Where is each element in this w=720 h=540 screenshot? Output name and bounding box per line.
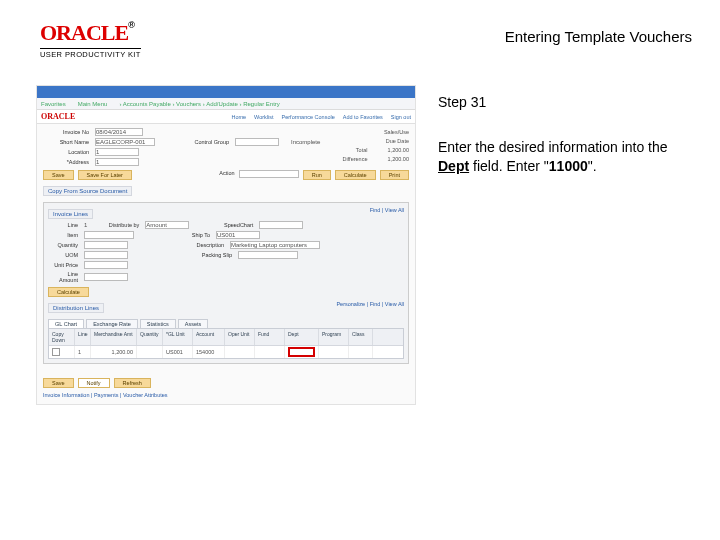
nav-worklist[interactable]: Worklist [254,114,273,120]
save-button[interactable]: Save [43,170,74,180]
tab-gl-chart[interactable]: GL Chart [48,319,84,328]
nav-signout[interactable]: Sign out [391,114,411,120]
footer-save-button[interactable]: Save [43,378,74,388]
save-later-button[interactable]: Save For Later [78,170,132,180]
brand-name: ORACLE® [40,20,141,46]
address-field[interactable]: 1 [95,158,139,166]
refresh-button[interactable]: Refresh [114,378,151,388]
print-button[interactable]: Print [380,170,409,180]
location-field[interactable]: 1 [95,148,139,156]
app-brand: ORACLE [41,112,75,121]
invoice-field[interactable]: 08/04/2014 [95,128,143,136]
nav-perf[interactable]: Performance Console [282,114,335,120]
line-calculate-button[interactable]: Calculate [48,287,89,297]
tab-exchange-rate[interactable]: Exchange Rate [86,319,138,328]
brand-subtitle: USER PRODUCTIVITY KIT [40,48,141,59]
breadcrumb: Favorites Main Menu › Accounts Payable ›… [37,98,415,110]
nav-home[interactable]: Home [231,114,246,120]
app-screenshot: Favorites Main Menu › Accounts Payable ›… [36,85,416,405]
dist-table: Copy Down Line Merchandise Amt Quantity … [48,328,404,359]
footer-links[interactable]: Invoice Information | Payments | Voucher… [43,392,409,398]
tab-statistics[interactable]: Statistics [140,319,176,328]
page-title: Entering Template Vouchers [505,28,692,45]
shortname-field[interactable]: EAGLECORP-001 [95,138,155,146]
calculate-button[interactable]: Calculate [335,170,376,180]
copy-source-section[interactable]: Copy From Source Document [43,186,132,196]
instruction-text: Enter the desired information into the D… [438,138,690,176]
instruction-field-name: Dept [438,158,469,174]
tab-assets[interactable]: Assets [178,319,209,328]
notify-button[interactable]: Notify [78,378,110,388]
invoice-lines-section: Invoice Lines [48,209,93,219]
dist-lines-section[interactable]: Distribution Lines [48,303,104,313]
nav-fav[interactable]: Add to Favorites [343,114,383,120]
dept-field[interactable] [288,347,315,357]
step-label: Step 31 [438,93,690,112]
instruction-value: 11000 [549,158,588,174]
brand-logo: ORACLE® USER PRODUCTIVITY KIT [40,20,141,59]
run-button[interactable]: Run [303,170,331,180]
